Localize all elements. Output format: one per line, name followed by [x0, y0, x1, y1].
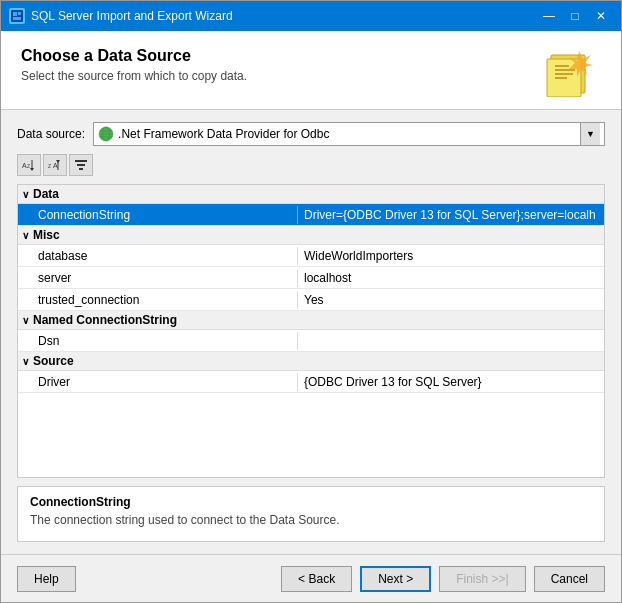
prop-value-connectionstring: Driver={ODBC Driver 13 for SQL Server};s…: [298, 206, 604, 224]
svg-rect-3: [13, 17, 21, 20]
dropdown-arrow-icon: ▼: [586, 129, 595, 139]
datasource-row: Data source: .Net Framework Data Provide…: [17, 122, 605, 146]
prop-row-database[interactable]: database WideWorldImporters: [18, 245, 604, 267]
content-area: Data source: .Net Framework Data Provide…: [1, 110, 621, 554]
description-title: ConnectionString: [30, 495, 592, 509]
svg-rect-2: [18, 12, 21, 15]
toolbar-row: A Z Z A: [17, 154, 605, 176]
minimize-button[interactable]: —: [537, 5, 561, 27]
svg-rect-7: [555, 69, 575, 71]
svg-rect-25: [77, 164, 85, 166]
chevron-down-icon-source: ∨: [22, 356, 29, 367]
prop-name-dsn: Dsn: [18, 332, 298, 350]
wizard-icon: [541, 47, 601, 97]
prop-value-driver: {ODBC Driver 13 for SQL Server}: [298, 373, 604, 391]
section-source-label: Source: [33, 354, 74, 368]
section-misc-header[interactable]: ∨ Misc: [18, 226, 604, 245]
section-namedconn-label: Named ConnectionString: [33, 313, 177, 327]
svg-rect-9: [555, 77, 567, 79]
prop-row-connectionstring[interactable]: ConnectionString Driver={ODBC Driver 13 …: [18, 204, 604, 226]
window-controls: — □ ✕: [537, 5, 613, 27]
prop-name-database: database: [18, 247, 298, 265]
section-data-header[interactable]: ∨ Data: [18, 185, 604, 204]
app-icon: [9, 8, 25, 24]
prop-value-database: WideWorldImporters: [298, 247, 604, 265]
cancel-button[interactable]: Cancel: [534, 566, 605, 592]
svg-marker-19: [30, 168, 34, 171]
help-button[interactable]: Help: [17, 566, 76, 592]
maximize-button[interactable]: □: [563, 5, 587, 27]
filter-button[interactable]: [69, 154, 93, 176]
datasource-value: .Net Framework Data Provider for Odbc: [118, 127, 580, 141]
svg-rect-1: [13, 12, 17, 16]
section-source-header[interactable]: ∨ Source: [18, 352, 604, 371]
section-misc-label: Misc: [33, 228, 60, 242]
header-text: Choose a Data Source Select the source f…: [21, 47, 247, 83]
filter-icon: [74, 158, 88, 172]
prop-row-trusted-connection[interactable]: trusted_connection Yes: [18, 289, 604, 311]
next-button[interactable]: Next >: [360, 566, 431, 592]
sort-za-icon: Z A: [48, 158, 62, 172]
page-title: Choose a Data Source: [21, 47, 247, 65]
back-button[interactable]: < Back: [281, 566, 352, 592]
chevron-down-icon-misc: ∨: [22, 230, 29, 241]
svg-rect-6: [555, 65, 569, 67]
sort-az-button[interactable]: A Z: [17, 154, 41, 176]
prop-value-dsn: [298, 339, 604, 343]
svg-text:Z: Z: [48, 163, 51, 169]
prop-value-trusted-connection: Yes: [298, 291, 604, 309]
close-button[interactable]: ✕: [589, 5, 613, 27]
prop-row-dsn[interactable]: Dsn: [18, 330, 604, 352]
footer-left: Help: [17, 566, 281, 592]
svg-text:A: A: [53, 162, 58, 169]
globe-icon: [98, 126, 114, 142]
prop-row-driver[interactable]: Driver {ODBC Driver 13 for SQL Server}: [18, 371, 604, 393]
footer-right: < Back Next > Finish >>| Cancel: [281, 566, 605, 592]
page-subtitle: Select the source from which to copy dat…: [21, 69, 247, 83]
datasource-label: Data source:: [17, 127, 85, 141]
svg-rect-24: [75, 160, 87, 162]
section-namedconn-header[interactable]: ∨ Named ConnectionString: [18, 311, 604, 330]
footer: Help < Back Next > Finish >>| Cancel: [1, 554, 621, 602]
prop-name-connectionstring: ConnectionString: [18, 206, 298, 224]
svg-rect-26: [79, 168, 83, 170]
title-bar: SQL Server Import and Export Wizard — □ …: [1, 1, 621, 31]
svg-rect-8: [555, 73, 573, 75]
prop-name-server: server: [18, 269, 298, 287]
description-panel: ConnectionString The connection string u…: [17, 486, 605, 542]
prop-value-server: localhost: [298, 269, 604, 287]
datasource-dropdown-button[interactable]: ▼: [580, 123, 600, 145]
chevron-down-icon-named: ∨: [22, 315, 29, 326]
header-section: Choose a Data Source Select the source f…: [1, 31, 621, 110]
prop-row-server[interactable]: server localhost: [18, 267, 604, 289]
prop-name-driver: Driver: [18, 373, 298, 391]
main-window: SQL Server Import and Export Wizard — □ …: [0, 0, 622, 603]
properties-panel: ∨ Data ConnectionString Driver={ODBC Dri…: [17, 184, 605, 478]
description-text: The connection string used to connect to…: [30, 513, 592, 527]
finish-button[interactable]: Finish >>|: [439, 566, 525, 592]
sort-az-icon: A Z: [22, 158, 36, 172]
datasource-select[interactable]: .Net Framework Data Provider for Odbc ▼: [93, 122, 605, 146]
chevron-down-icon: ∨: [22, 189, 29, 200]
sort-za-button[interactable]: Z A: [43, 154, 67, 176]
window-title: SQL Server Import and Export Wizard: [31, 9, 537, 23]
svg-text:Z: Z: [27, 163, 30, 169]
prop-name-trusted-connection: trusted_connection: [18, 291, 298, 309]
section-data-label: Data: [33, 187, 59, 201]
